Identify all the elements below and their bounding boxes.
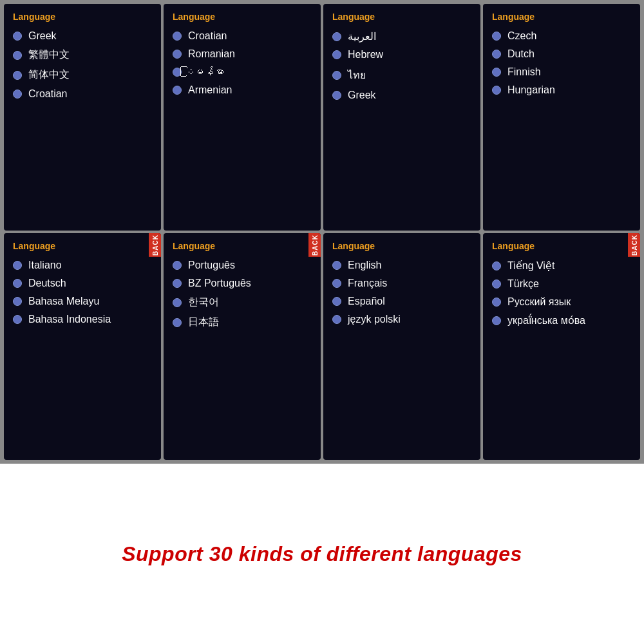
screen-8-title: Language xyxy=(492,241,631,251)
lang-label: 简体中文 xyxy=(28,68,70,82)
lang-label: Türkçe xyxy=(507,278,539,290)
lang-item[interactable]: Italiano xyxy=(13,260,152,271)
lang-item[interactable]: украї́нська мо́ва xyxy=(492,314,631,327)
lang-dot-icon xyxy=(492,50,501,59)
lang-item[interactable]: 日本語 xyxy=(173,316,312,329)
lang-label: Español xyxy=(348,296,385,307)
lang-dot-icon xyxy=(332,315,341,324)
screen-5-title: Language xyxy=(13,241,152,251)
lang-dot-icon xyxy=(492,86,501,95)
lang-item[interactable]: Dutch xyxy=(492,48,631,60)
lang-dot-icon xyxy=(13,51,22,60)
lang-dot-icon xyxy=(13,90,22,99)
lang-label: Greek xyxy=(348,90,376,101)
lang-item[interactable]: Русский язык xyxy=(492,296,631,308)
lang-item[interactable]: 繁體中文 xyxy=(13,48,152,62)
lang-dot-icon xyxy=(173,32,182,41)
lang-dot-icon xyxy=(332,32,341,41)
lang-dot-icon xyxy=(492,316,501,325)
lang-dot-icon xyxy=(173,50,182,59)
screen-4: LanguageCzechDutchFinnishHungarian xyxy=(483,4,640,231)
bottom-text-area: Support 30 kinds of different languages xyxy=(0,464,644,644)
lang-label: Croatian xyxy=(188,30,227,42)
lang-label: Romanian xyxy=(188,48,235,60)
lang-item[interactable]: Croatian xyxy=(173,30,312,42)
lang-label: Czech xyxy=(507,30,536,42)
lang-item[interactable]: Français xyxy=(332,278,471,289)
lang-dot-icon xyxy=(173,86,182,95)
lang-item[interactable]: Türkçe xyxy=(492,278,631,290)
lang-label: Greek xyxy=(28,30,57,42)
lang-item[interactable]: Armenian xyxy=(173,84,312,96)
lang-dot-icon xyxy=(173,68,182,77)
lang-dot-icon xyxy=(173,279,182,288)
lang-label: ไทย xyxy=(348,67,366,83)
screen-6-title: Language xyxy=(173,241,312,251)
back-badge: BACK xyxy=(308,233,321,257)
lang-dot-icon xyxy=(13,297,22,306)
lang-dot-icon xyxy=(332,71,341,80)
lang-label: Croatian xyxy=(28,88,67,100)
lang-item[interactable]: ไทย xyxy=(332,67,471,83)
lang-label: język polski xyxy=(348,314,401,325)
lang-label: 한국어 xyxy=(188,296,219,309)
lang-label: ြမန်မာ xyxy=(188,66,224,78)
lang-label: Français xyxy=(348,278,387,289)
lang-item[interactable]: Tiếng Việt xyxy=(492,260,631,272)
lang-dot-icon xyxy=(13,261,22,270)
lang-item[interactable]: Croatian xyxy=(13,88,152,100)
lang-label: Bahasa Indonesia xyxy=(28,314,111,325)
lang-dot-icon xyxy=(492,68,501,77)
lang-item[interactable]: Deutsch xyxy=(13,278,152,289)
lang-label: Deutsch xyxy=(28,278,66,289)
screen-1-title: Language xyxy=(13,12,152,22)
lang-label: Bahasa Melayu xyxy=(28,296,99,307)
lang-label: Finnish xyxy=(507,66,541,78)
lang-dot-icon xyxy=(13,71,22,80)
lang-dot-icon xyxy=(173,261,182,270)
lang-item[interactable]: Czech xyxy=(492,30,631,42)
lang-item[interactable]: BZ Português xyxy=(173,278,312,289)
lang-item[interactable]: Finnish xyxy=(492,66,631,78)
lang-label: Hungarian xyxy=(507,84,555,96)
lang-item[interactable]: Hebrew xyxy=(332,49,471,61)
lang-label: العربية xyxy=(348,30,376,43)
lang-dot-icon xyxy=(332,261,341,270)
lang-label: 繁體中文 xyxy=(28,48,70,62)
lang-dot-icon xyxy=(13,32,22,41)
screen-4-title: Language xyxy=(492,12,631,22)
lang-item[interactable]: język polski xyxy=(332,314,471,325)
lang-dot-icon xyxy=(492,261,501,270)
lang-item[interactable]: Hungarian xyxy=(492,84,631,96)
lang-item[interactable]: Português xyxy=(173,260,312,271)
lang-label: Português xyxy=(188,260,235,271)
screen-8: BACKLanguageTiếng ViệtTürkçeРусский язык… xyxy=(483,233,640,460)
lang-label: Armenian xyxy=(188,84,232,96)
lang-label: Hebrew xyxy=(348,49,383,61)
lang-label: Русский язык xyxy=(507,296,571,308)
lang-item[interactable]: Romanian xyxy=(173,48,312,60)
lang-item[interactable]: 한국어 xyxy=(173,296,312,309)
lang-item[interactable]: English xyxy=(332,260,471,271)
lang-label: украї́нська мо́ва xyxy=(507,314,585,327)
lang-item[interactable]: العربية xyxy=(332,30,471,43)
lang-item[interactable]: Español xyxy=(332,296,471,307)
screen-1: LanguageGreek繁體中文简体中文Croatian xyxy=(4,4,161,231)
lang-label: 日本語 xyxy=(188,316,219,329)
screen-3-title: Language xyxy=(332,12,471,22)
lang-label: Tiếng Việt xyxy=(507,260,554,272)
lang-item[interactable]: Bahasa Melayu xyxy=(13,296,152,307)
lang-item[interactable]: Bahasa Indonesia xyxy=(13,314,152,325)
back-badge: BACK xyxy=(149,233,161,257)
lang-label: English xyxy=(348,260,381,271)
lang-item[interactable]: Greek xyxy=(332,90,471,101)
lang-dot-icon xyxy=(173,298,182,307)
lang-item[interactable]: 简体中文 xyxy=(13,68,152,82)
lang-item[interactable]: ြမန်မာ xyxy=(173,66,312,78)
screen-3: LanguageالعربيةHebrewไทยGreek xyxy=(323,4,480,231)
screen-7-title: Language xyxy=(332,241,471,251)
back-badge: BACK xyxy=(628,233,640,257)
main-container: LanguageGreek繁體中文简体中文CroatianLanguageCro… xyxy=(0,0,644,644)
lang-dot-icon xyxy=(13,279,22,288)
lang-item[interactable]: Greek xyxy=(13,30,152,42)
